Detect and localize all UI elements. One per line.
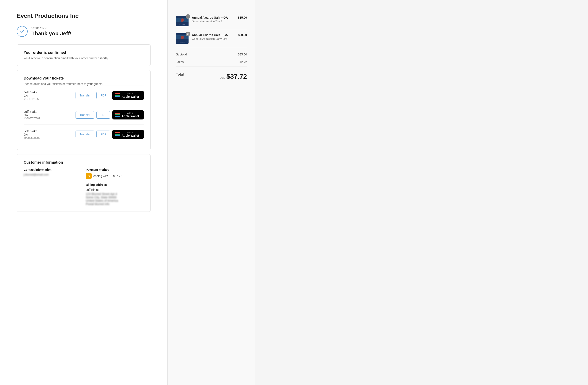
contact-info-section: Contact information j.blurred@email.com <box>24 168 82 206</box>
item-description: General Admission Early Bird <box>192 37 234 40</box>
payment-text: ending with 1 - $37.72 <box>93 174 122 178</box>
svg-point-2 <box>181 19 184 22</box>
payment-label: Payment method <box>86 168 144 171</box>
subtotal-label: Subtotal <box>176 53 187 56</box>
payment-badge: B <box>86 173 92 179</box>
ticket-type: GA <box>24 94 40 97</box>
customer-info-card: Customer information Contact information… <box>17 154 151 212</box>
subtotal-value: $35.00 <box>238 53 247 56</box>
item-price: $20.00 <box>238 33 247 37</box>
transfer-button[interactable]: Transfer <box>76 130 94 138</box>
ticket-number: #1943461263 <box>24 97 40 100</box>
billing-address: Jeff Blake 123 Blurred Street Apt 4 Some… <box>86 188 144 206</box>
order-item: U.S. CONF 1 Annual Awards Gala – GA Gene… <box>176 13 247 30</box>
ticket-info: Jeff Blake GA #3393747309 <box>24 110 40 120</box>
ticket-info: Jeff Blake GA #9088528980 <box>24 129 40 139</box>
wallet-text: Add to Apple Wallet <box>122 131 139 137</box>
billing-line4: Postal blurred info <box>86 202 144 206</box>
customer-section-title: Customer information <box>24 160 144 165</box>
item-details: Annual Awards Gala – GA General Admissio… <box>192 33 234 40</box>
left-panel: Event Productions Inc Order #1291 Thank … <box>0 0 168 385</box>
total-label: Total <box>176 73 184 80</box>
apple-wallet-button[interactable]: Add to Apple Wallet <box>112 91 144 100</box>
billing-label: Billing address <box>86 183 144 186</box>
taxes-value: $2.72 <box>240 60 247 64</box>
ticket-holder-name: Jeff Blake <box>24 90 40 94</box>
wallet-icon <box>115 132 120 136</box>
order-summary: Subtotal $35.00 Taxes $2.72 Total USD $3… <box>176 51 247 83</box>
contact-label: Contact information <box>24 168 82 171</box>
right-panel: U.S. CONF 1 Annual Awards Gala – GA Gene… <box>168 0 255 385</box>
subtotal-row: Subtotal $35.00 <box>176 51 247 58</box>
item-name: Annual Awards Gala – GA <box>192 16 234 19</box>
thank-you-message: Thank you Jeff! <box>31 30 72 37</box>
svg-text:U.S. CONF: U.S. CONF <box>180 24 185 25</box>
ticket-holder-name: Jeff Blake <box>24 129 40 133</box>
ticket-info: Jeff Blake GA #1943461263 <box>24 90 40 100</box>
download-subtitle: Please download your tickets or transfer… <box>24 82 144 86</box>
ticket-row: Jeff Blake GA #1943461263 Transfer PDF A… <box>24 86 144 105</box>
ticket-actions: Transfer PDF Add to Apple Wallet <box>76 130 144 139</box>
item-name: Annual Awards Gala – GA <box>192 33 234 37</box>
taxes-row: Taxes $2.72 <box>176 58 247 66</box>
payment-section: Payment method B ending with 1 - $37.72 … <box>86 168 144 206</box>
transfer-button[interactable]: Transfer <box>76 111 94 119</box>
download-title: Download your tickets <box>24 76 144 81</box>
order-number: Order #1291 <box>31 26 72 29</box>
apple-wallet-button[interactable]: Add to Apple Wallet <box>112 110 144 120</box>
confirmation-subtitle: You'll receive a confirmation email with… <box>24 57 144 60</box>
item-badge: 1 <box>186 14 190 19</box>
order-info: Order #1291 Thank you Jeff! <box>31 26 72 37</box>
wallet-text: Add to Apple Wallet <box>122 112 139 118</box>
summary-divider <box>176 66 247 67</box>
item-badge: 2 <box>186 32 190 36</box>
confirmation-card: Your order is confirmed You'll receive a… <box>17 44 151 66</box>
svg-text:U.S. CONF: U.S. CONF <box>180 42 185 43</box>
taxes-label: Taxes <box>176 60 184 64</box>
apple-wallet-button[interactable]: Add to Apple Wallet <box>112 130 144 139</box>
total-currency: USD <box>220 76 225 79</box>
company-name: Event Productions Inc <box>17 13 151 19</box>
payment-row: B ending with 1 - $37.72 <box>86 173 144 179</box>
customer-grid: Contact information j.blurred@email.com … <box>24 168 144 206</box>
ticket-number: #3393747309 <box>24 117 40 120</box>
contact-value: j.blurred@email.com <box>24 173 82 176</box>
ticket-type: GA <box>24 133 40 136</box>
item-details: Annual Awards Gala – GA General Admissio… <box>192 16 234 23</box>
pdf-button[interactable]: PDF <box>96 92 110 99</box>
billing-line3: United States of America <box>86 199 144 202</box>
ticket-row: Jeff Blake GA #3393747309 Transfer PDF A… <box>24 105 144 125</box>
billing-line2: Some City, State 00000 <box>86 196 144 199</box>
ticket-type: GA <box>24 113 40 117</box>
download-tickets-card: Download your tickets Please download yo… <box>17 70 151 150</box>
ticket-actions: Transfer PDF Add to Apple Wallet <box>76 110 144 120</box>
total-price-wrap: USD $37.72 <box>220 73 247 80</box>
item-description: General Admission Tier 2 <box>192 20 234 23</box>
billing-name: Jeff Blake <box>86 188 144 192</box>
item-price: $15.00 <box>238 16 247 19</box>
ticket-number: #9088528980 <box>24 136 40 139</box>
item-image-wrap: U.S. CONF 1 <box>176 16 189 26</box>
order-item: U.S. CONF 2 Annual Awards Gala – GA Gene… <box>176 30 247 47</box>
ticket-holder-name: Jeff Blake <box>24 110 40 113</box>
wallet-icon <box>115 113 120 117</box>
wallet-icon <box>115 93 120 97</box>
check-circle-icon <box>17 26 28 37</box>
wallet-text: Add to Apple Wallet <box>122 92 139 99</box>
transfer-button[interactable]: Transfer <box>76 92 94 99</box>
item-image-wrap: U.S. CONF 2 <box>176 33 189 44</box>
ticket-actions: Transfer PDF Add to Apple Wallet <box>76 91 144 100</box>
pdf-button[interactable]: PDF <box>96 111 110 119</box>
total-price: $37.72 <box>226 73 247 80</box>
billing-line1: 123 Blurred Street Apt 4 <box>86 192 144 196</box>
order-header: Order #1291 Thank you Jeff! <box>17 26 151 37</box>
svg-point-6 <box>181 36 184 39</box>
pdf-button[interactable]: PDF <box>96 130 110 138</box>
total-row: Total USD $37.72 <box>176 68 247 83</box>
ticket-row: Jeff Blake GA #9088528980 Transfer PDF A… <box>24 125 144 144</box>
confirmation-title: Your order is confirmed <box>24 50 144 55</box>
